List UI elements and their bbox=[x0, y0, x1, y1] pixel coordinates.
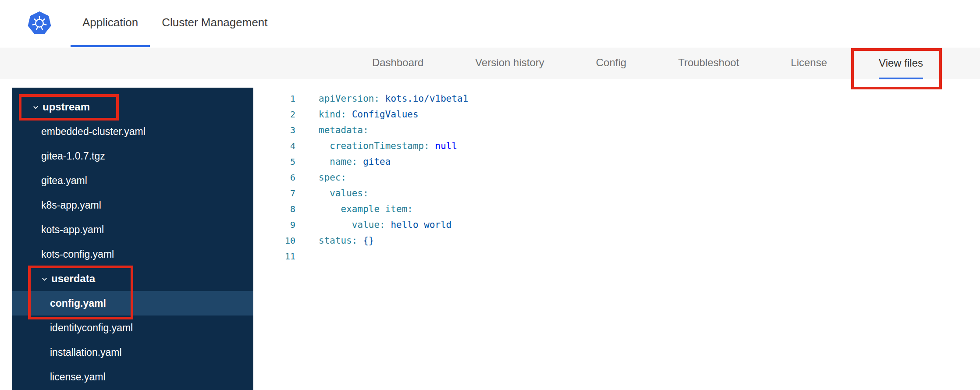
tree-file-k8s-app-yaml[interactable]: k8s-app.yaml bbox=[12, 193, 253, 217]
code-line: 8 example_item: bbox=[253, 201, 980, 217]
code-line: 6spec: bbox=[253, 170, 980, 185]
code-text: creationTimestamp: null bbox=[319, 138, 457, 154]
tab-dashboard[interactable]: Dashboard bbox=[372, 48, 423, 79]
code-line: 11 bbox=[253, 248, 980, 264]
tree-file-license-yaml[interactable]: license.yaml bbox=[12, 365, 253, 389]
line-number: 2 bbox=[253, 106, 295, 122]
primary-tab-bar: ApplicationCluster Management bbox=[71, 0, 980, 47]
tree-item-label: identityconfig.yaml bbox=[50, 322, 133, 334]
tree-item-label: kots-app.yaml bbox=[41, 224, 104, 236]
tree-item-label: license.yaml bbox=[50, 371, 106, 383]
line-number: 4 bbox=[253, 138, 295, 154]
line-number: 10 bbox=[253, 233, 295, 248]
tree-file-gitea-yaml[interactable]: gitea.yaml bbox=[12, 168, 253, 193]
application-tab-bar: DashboardVersion historyConfigTroublesho… bbox=[372, 48, 980, 79]
code-text: metadata: bbox=[319, 122, 369, 138]
tree-item-label: kots-config.yaml bbox=[41, 248, 114, 260]
code-line: 7 values: bbox=[253, 185, 980, 201]
tree-file-identityconfig-yaml[interactable]: identityconfig.yaml bbox=[12, 316, 253, 340]
tab-view-files[interactable]: View files bbox=[879, 48, 923, 79]
tab-config[interactable]: Config bbox=[596, 48, 626, 79]
tree-file-kots-app-yaml[interactable]: kots-app.yaml bbox=[12, 217, 253, 242]
tab-license[interactable]: License bbox=[791, 48, 827, 79]
code-text: example_item: bbox=[319, 201, 413, 217]
tree-file-config-yaml[interactable]: config.yaml bbox=[12, 291, 253, 316]
tree-file-installation-yaml[interactable]: installation.yaml bbox=[12, 340, 253, 365]
tree-file-embedded-cluster-yaml[interactable]: embedded-cluster.yaml bbox=[12, 119, 253, 144]
tree-item-label: embedded-cluster.yaml bbox=[41, 126, 146, 138]
code-text: status: {} bbox=[319, 233, 374, 248]
chevron-down-icon[interactable] bbox=[32, 104, 39, 110]
tree-item-label: config.yaml bbox=[50, 298, 106, 309]
tree-item-label: k8s-app.yaml bbox=[41, 199, 101, 211]
line-number: 7 bbox=[253, 185, 295, 201]
tree-dir-userdata[interactable]: userdata bbox=[12, 266, 253, 291]
file-tree-sidebar: upstreamembedded-cluster.yamlgitea-1.0.7… bbox=[12, 88, 253, 390]
top-navbar: ApplicationCluster Management bbox=[0, 0, 980, 47]
tab-troubleshoot[interactable]: Troubleshoot bbox=[678, 48, 739, 79]
tree-file-kots-config-yaml[interactable]: kots-config.yaml bbox=[12, 242, 253, 266]
line-number: 3 bbox=[253, 122, 295, 138]
top-tab-cluster-management[interactable]: Cluster Management bbox=[150, 0, 279, 47]
code-line: 1apiVersion: kots.io/v1beta1 bbox=[253, 91, 980, 106]
code-line: 9 value: hello world bbox=[253, 217, 980, 233]
tree-file-gitea-1-0-7-tgz[interactable]: gitea-1.0.7.tgz bbox=[12, 144, 253, 168]
code-line: 10status: {} bbox=[253, 233, 980, 248]
top-tab-application[interactable]: Application bbox=[71, 0, 150, 47]
yaml-file-viewer[interactable]: 1apiVersion: kots.io/v1beta12kind: Confi… bbox=[253, 88, 980, 390]
code-text: value: hello world bbox=[319, 217, 451, 233]
tree-dir-upstream[interactable]: upstream bbox=[12, 95, 253, 119]
kubernetes-logo-icon[interactable] bbox=[27, 11, 52, 35]
code-line: 2kind: ConfigValues bbox=[253, 106, 980, 122]
code-text: spec: bbox=[319, 170, 346, 185]
line-number: 6 bbox=[253, 170, 295, 185]
tree-item-label: installation.yaml bbox=[50, 347, 122, 358]
tree-item-label: userdata bbox=[51, 273, 95, 285]
code-text: apiVersion: kots.io/v1beta1 bbox=[319, 91, 468, 106]
code-line: 3metadata: bbox=[253, 122, 980, 138]
tab-version-history[interactable]: Version history bbox=[475, 48, 544, 79]
code-text: kind: ConfigValues bbox=[319, 106, 419, 122]
chevron-down-icon[interactable] bbox=[41, 276, 48, 282]
code-line: 5 name: gitea bbox=[253, 154, 980, 170]
tree-item-label: upstream bbox=[43, 101, 90, 113]
line-number: 11 bbox=[253, 248, 295, 264]
line-number: 9 bbox=[253, 217, 295, 233]
tree-item-label: gitea-1.0.7.tgz bbox=[41, 150, 105, 162]
line-number: 5 bbox=[253, 154, 295, 170]
line-number: 1 bbox=[253, 91, 295, 106]
line-number: 8 bbox=[253, 201, 295, 217]
code-line: 4 creationTimestamp: null bbox=[253, 138, 980, 154]
code-text: values: bbox=[319, 185, 369, 201]
tree-item-label: gitea.yaml bbox=[41, 175, 87, 187]
code-text: name: gitea bbox=[319, 154, 391, 170]
application-nav: DashboardVersion historyConfigTroublesho… bbox=[0, 48, 980, 79]
